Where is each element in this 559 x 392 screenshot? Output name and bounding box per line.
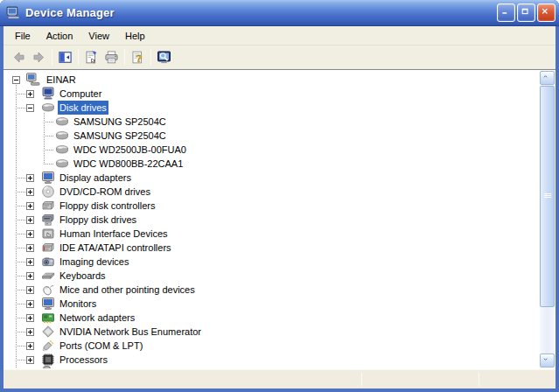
expand-plus-box-nvidia-network-bus-enumerator[interactable] — [26, 328, 34, 336]
expand-plus-box-floppy-disk-drives[interactable] — [26, 216, 34, 224]
disk-drive-icon — [54, 129, 72, 143]
tree-item-ide-ata-atapi-controllers[interactable]: IDE ATA/ATAPI controllers — [58, 241, 173, 255]
menu-view[interactable]: View — [80, 28, 117, 44]
tree-item-einar[interactable]: EINAR — [45, 73, 78, 87]
expand-plus-box-human-interface-devices[interactable] — [26, 230, 34, 238]
tree-connector-line — [16, 234, 26, 234]
back-arrow-icon — [11, 50, 26, 65]
scan-hardware-button[interactable] — [154, 47, 174, 67]
collapse-minus-box-disk-drives[interactable] — [26, 104, 34, 112]
forward-button — [29, 47, 49, 67]
expand-plus-box-ide-ata-atapi-controllers[interactable] — [26, 244, 34, 252]
expand-plus-box-ports-com-lpt[interactable] — [26, 342, 34, 350]
scroll-up-button[interactable] — [540, 71, 555, 85]
disk-drive-icon — [54, 115, 72, 129]
tree-item-nvidia-network-bus-enumerator[interactable]: NVIDIA Network Bus Enumerator — [58, 325, 203, 339]
tree-connector-line — [16, 220, 26, 220]
tree-item-dvd-cd-rom-drives[interactable]: DVD/CD-ROM drives — [58, 185, 152, 199]
tree-connector-line — [16, 108, 26, 108]
tree-connector-line — [44, 150, 54, 150]
help-button[interactable]: ? — [128, 47, 148, 67]
tree-item-processors[interactable]: Processors — [58, 353, 109, 367]
tree-item-floppy-disk-drives[interactable]: Floppy disk drives — [58, 213, 138, 227]
tree-item-monitors[interactable]: Monitors — [58, 297, 98, 311]
tree-connector-line — [16, 178, 26, 178]
menubar: FileActionViewHelp — [3, 26, 556, 46]
titlebar[interactable]: Device Manager — [0, 0, 559, 26]
toolbar-separator — [150, 49, 151, 66]
scan-hardware-icon — [157, 50, 171, 65]
expand-plus-box-keyboards[interactable] — [26, 272, 34, 280]
statusbar-divider — [361, 373, 362, 386]
expand-plus-box-display-adapters[interactable] — [26, 174, 34, 182]
collapse-minus-box-einar[interactable] — [12, 76, 20, 84]
display-adapter-icon — [40, 171, 58, 185]
print-button[interactable] — [101, 47, 122, 67]
tree-item-human-interface-devices[interactable]: Human Interface Devices — [58, 227, 170, 241]
nvidia-bus-icon — [40, 325, 58, 339]
disk-drive-icon — [54, 157, 72, 171]
maximize-button[interactable] — [517, 4, 535, 22]
dvd-drive-icon — [40, 185, 58, 199]
properties-icon — [84, 50, 99, 65]
statusbar — [3, 368, 556, 388]
disk-drive-icon — [40, 101, 58, 115]
tree-connector-line — [16, 192, 26, 192]
print-icon — [104, 50, 119, 65]
scroll-down-button[interactable] — [540, 354, 555, 368]
disk-drive-icon — [54, 143, 72, 157]
expand-plus-box-network-adapters[interactable] — [26, 314, 34, 322]
tree-item-samsung-sp2504c[interactable]: SAMSUNG SP2504C — [72, 129, 168, 143]
hid-icon — [40, 227, 58, 241]
tree-item-samsung-sp2504c[interactable]: SAMSUNG SP2504C — [72, 115, 168, 129]
minimize-button[interactable] — [497, 4, 515, 22]
tree-item-network-adapters[interactable]: Network adapters — [58, 311, 136, 325]
properties-button[interactable] — [81, 47, 101, 67]
imaging-device-icon — [40, 255, 58, 269]
menu-file[interactable]: File — [7, 28, 38, 44]
tree-item-display-adapters[interactable]: Display adapters — [58, 171, 133, 185]
vertical-scrollbar[interactable] — [540, 71, 555, 368]
expand-plus-box-dvd-cd-rom-drives[interactable] — [26, 188, 34, 196]
tree-connector-line — [16, 248, 26, 248]
caption-buttons — [497, 4, 556, 22]
tree-connector-line — [16, 94, 26, 94]
tree-item-computer[interactable]: Computer — [58, 87, 103, 101]
tree-connector-line — [44, 122, 54, 122]
tree-connector-line — [16, 304, 26, 304]
back-button — [9, 47, 29, 67]
toolbar: ? — [3, 46, 556, 69]
expand-plus-box-imaging-devices[interactable] — [26, 258, 34, 266]
computer-root-icon — [24, 73, 42, 87]
tree-item-wdc-wd2500jb-00fua0[interactable]: WDC WD2500JB-00FUA0 — [72, 143, 188, 157]
close-button[interactable] — [537, 4, 556, 22]
tree-item-imaging-devices[interactable]: Imaging devices — [58, 255, 131, 269]
device-manager-window: Device Manager FileActionViewHelp ? EINA… — [0, 0, 559, 392]
mouse-icon — [40, 283, 58, 297]
tree-connector-line — [16, 360, 26, 360]
tree-item-disk-drives[interactable]: Disk drives — [58, 101, 108, 115]
tree-item-keyboards[interactable]: Keyboards — [58, 269, 108, 283]
expand-plus-box-monitors[interactable] — [26, 300, 34, 308]
scrollbar-thumb[interactable] — [540, 86, 555, 307]
keyboard-icon — [40, 269, 58, 283]
processor-icon — [40, 353, 58, 367]
expand-plus-box-processors[interactable] — [26, 356, 34, 364]
tree-connector-line — [16, 85, 17, 368]
expand-plus-box-mice-and-other-pointing-devices[interactable] — [26, 286, 34, 294]
tree-item-ports-com-lpt[interactable]: Ports (COM & LPT) — [58, 339, 144, 353]
tree-content: EINARComputerDisk drivesSAMSUNG SP2504CS… — [3, 70, 539, 368]
menu-action[interactable]: Action — [38, 28, 81, 44]
tree-connector-line — [44, 164, 54, 164]
monitor-icon — [40, 297, 58, 311]
window-title: Device Manager — [25, 6, 115, 19]
device-tree: EINARComputerDisk drivesSAMSUNG SP2504CS… — [3, 69, 556, 368]
tree-item-wdc-wd800bb-22caa1[interactable]: WDC WD800BB-22CAA1 — [72, 157, 185, 171]
forward-arrow-icon — [31, 50, 46, 65]
tree-item-mice-and-other-pointing-devices[interactable]: Mice and other pointing devices — [58, 283, 197, 297]
tree-item-floppy-disk-controllers[interactable]: Floppy disk controllers — [58, 199, 157, 213]
menu-help[interactable]: Help — [117, 28, 153, 44]
expand-plus-box-floppy-disk-controllers[interactable] — [26, 202, 34, 210]
show-hide-console-tree-button[interactable] — [55, 47, 75, 67]
expand-plus-box-computer[interactable] — [26, 90, 34, 98]
